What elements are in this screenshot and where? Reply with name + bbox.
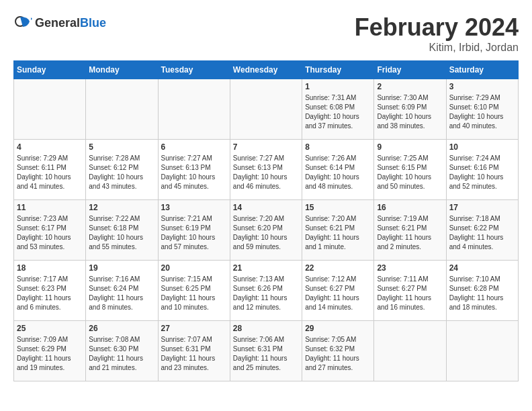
- subtitle: Kitim, Irbid, Jordan: [355, 42, 519, 54]
- calendar-cell: 9Sunrise: 7:25 AM Sunset: 6:15 PM Daylig…: [374, 140, 446, 200]
- day-number: 19: [89, 263, 154, 273]
- calendar-cell: 19Sunrise: 7:16 AM Sunset: 6:24 PM Dayli…: [86, 261, 158, 321]
- calendar-cell: 18Sunrise: 7:17 AM Sunset: 6:23 PM Dayli…: [14, 261, 86, 321]
- day-info: Sunrise: 7:19 AM Sunset: 6:21 PM Dayligh…: [377, 214, 443, 252]
- day-info: Sunrise: 7:22 AM Sunset: 6:18 PM Dayligh…: [89, 214, 154, 252]
- calendar-cell: 6Sunrise: 7:27 AM Sunset: 6:13 PM Daylig…: [158, 140, 230, 200]
- calendar-body: 1Sunrise: 7:31 AM Sunset: 6:08 PM Daylig…: [14, 79, 519, 381]
- calendar-cell: 15Sunrise: 7:20 AM Sunset: 6:21 PM Dayli…: [302, 200, 374, 261]
- logo-general: General: [35, 16, 80, 30]
- day-number: 12: [89, 203, 154, 212]
- day-info: Sunrise: 7:13 AM Sunset: 6:26 PM Dayligh…: [233, 275, 299, 312]
- calendar-cell: 23Sunrise: 7:11 AM Sunset: 6:27 PM Dayli…: [374, 261, 446, 321]
- calendar-cell: 14Sunrise: 7:20 AM Sunset: 6:20 PM Dayli…: [230, 200, 302, 261]
- day-number: 9: [377, 142, 443, 152]
- calendar-cell: 22Sunrise: 7:12 AM Sunset: 6:27 PM Dayli…: [302, 261, 374, 321]
- page-header: GeneralBlue February 2024 Kitim, Irbid, …: [13, 13, 519, 54]
- calendar-cell: 24Sunrise: 7:10 AM Sunset: 6:28 PM Dayli…: [446, 261, 518, 321]
- day-number: 10: [449, 142, 515, 152]
- calendar-cell: 8Sunrise: 7:26 AM Sunset: 6:14 PM Daylig…: [302, 140, 374, 200]
- calendar-cell: 21Sunrise: 7:13 AM Sunset: 6:26 PM Dayli…: [230, 261, 302, 321]
- calendar-week-row: 4Sunrise: 7:29 AM Sunset: 6:11 PM Daylig…: [14, 140, 519, 200]
- calendar-cell: [230, 79, 302, 140]
- day-number: 4: [17, 142, 83, 152]
- calendar-cell: [158, 79, 230, 140]
- calendar-cell: 28Sunrise: 7:06 AM Sunset: 6:31 PM Dayli…: [230, 321, 302, 381]
- day-info: Sunrise: 7:06 AM Sunset: 6:31 PM Dayligh…: [233, 335, 299, 373]
- day-number: 28: [233, 324, 299, 333]
- day-info: Sunrise: 7:23 AM Sunset: 6:17 PM Dayligh…: [17, 214, 83, 252]
- calendar-table: SundayMondayTuesdayWednesdayThursdayFrid…: [13, 60, 519, 381]
- day-info: Sunrise: 7:25 AM Sunset: 6:15 PM Dayligh…: [377, 154, 443, 191]
- day-info: Sunrise: 7:21 AM Sunset: 6:19 PM Dayligh…: [161, 214, 227, 252]
- day-number: 23: [377, 263, 443, 273]
- calendar-cell: 7Sunrise: 7:27 AM Sunset: 6:13 PM Daylig…: [230, 140, 302, 200]
- calendar-cell: [86, 79, 158, 140]
- logo-blue: Blue: [80, 16, 106, 30]
- day-info: Sunrise: 7:10 AM Sunset: 6:28 PM Dayligh…: [449, 275, 515, 312]
- day-number: 29: [305, 324, 371, 333]
- day-number: 3: [449, 82, 515, 91]
- day-number: 21: [233, 263, 299, 273]
- day-info: Sunrise: 7:11 AM Sunset: 6:27 PM Dayligh…: [377, 275, 443, 312]
- day-number: 24: [449, 263, 515, 273]
- logo: GeneralBlue: [13, 13, 106, 32]
- day-info: Sunrise: 7:27 AM Sunset: 6:13 PM Dayligh…: [161, 154, 227, 191]
- calendar-week-row: 11Sunrise: 7:23 AM Sunset: 6:17 PM Dayli…: [14, 200, 519, 261]
- day-info: Sunrise: 7:15 AM Sunset: 6:25 PM Dayligh…: [161, 275, 227, 312]
- weekday-header-sunday: Sunday: [14, 61, 86, 79]
- calendar-cell: 12Sunrise: 7:22 AM Sunset: 6:18 PM Dayli…: [86, 200, 158, 261]
- day-info: Sunrise: 7:20 AM Sunset: 6:21 PM Dayligh…: [305, 214, 371, 252]
- day-number: 11: [17, 203, 83, 212]
- calendar-week-row: 1Sunrise: 7:31 AM Sunset: 6:08 PM Daylig…: [14, 79, 519, 140]
- weekday-header-friday: Friday: [374, 61, 446, 79]
- day-info: Sunrise: 7:27 AM Sunset: 6:13 PM Dayligh…: [233, 154, 299, 191]
- weekday-header-tuesday: Tuesday: [158, 61, 230, 79]
- day-info: Sunrise: 7:29 AM Sunset: 6:11 PM Dayligh…: [17, 154, 83, 191]
- weekday-header-monday: Monday: [86, 61, 158, 79]
- day-number: 25: [17, 324, 83, 333]
- weekday-header-wednesday: Wednesday: [230, 61, 302, 79]
- calendar-cell: 5Sunrise: 7:28 AM Sunset: 6:12 PM Daylig…: [86, 140, 158, 200]
- calendar-cell: 13Sunrise: 7:21 AM Sunset: 6:19 PM Dayli…: [158, 200, 230, 261]
- calendar-cell: 10Sunrise: 7:24 AM Sunset: 6:16 PM Dayli…: [446, 140, 518, 200]
- calendar-cell: 26Sunrise: 7:08 AM Sunset: 6:30 PM Dayli…: [86, 321, 158, 381]
- day-number: 20: [161, 263, 227, 273]
- calendar-cell: 29Sunrise: 7:05 AM Sunset: 6:32 PM Dayli…: [302, 321, 374, 381]
- day-number: 27: [161, 324, 227, 333]
- title-section: February 2024 Kitim, Irbid, Jordan: [355, 13, 519, 54]
- day-info: Sunrise: 7:08 AM Sunset: 6:30 PM Dayligh…: [89, 335, 154, 373]
- calendar-cell: [446, 321, 518, 381]
- day-number: 15: [305, 203, 371, 212]
- day-number: 13: [161, 203, 227, 212]
- day-info: Sunrise: 7:28 AM Sunset: 6:12 PM Dayligh…: [89, 154, 154, 191]
- day-info: Sunrise: 7:18 AM Sunset: 6:22 PM Dayligh…: [449, 214, 515, 252]
- day-number: 14: [233, 203, 299, 212]
- calendar-cell: 11Sunrise: 7:23 AM Sunset: 6:17 PM Dayli…: [14, 200, 86, 261]
- calendar-cell: 20Sunrise: 7:15 AM Sunset: 6:25 PM Dayli…: [158, 261, 230, 321]
- day-info: Sunrise: 7:12 AM Sunset: 6:27 PM Dayligh…: [305, 275, 371, 312]
- calendar-cell: 4Sunrise: 7:29 AM Sunset: 6:11 PM Daylig…: [14, 140, 86, 200]
- day-info: Sunrise: 7:20 AM Sunset: 6:20 PM Dayligh…: [233, 214, 299, 252]
- calendar-week-row: 25Sunrise: 7:09 AM Sunset: 6:29 PM Dayli…: [14, 321, 519, 381]
- calendar-cell: 16Sunrise: 7:19 AM Sunset: 6:21 PM Dayli…: [374, 200, 446, 261]
- day-info: Sunrise: 7:05 AM Sunset: 6:32 PM Dayligh…: [305, 335, 371, 373]
- calendar-header: SundayMondayTuesdayWednesdayThursdayFrid…: [14, 61, 519, 79]
- day-info: Sunrise: 7:09 AM Sunset: 6:29 PM Dayligh…: [17, 335, 83, 373]
- calendar-cell: 1Sunrise: 7:31 AM Sunset: 6:08 PM Daylig…: [302, 79, 374, 140]
- weekday-header-saturday: Saturday: [446, 61, 518, 79]
- day-info: Sunrise: 7:24 AM Sunset: 6:16 PM Dayligh…: [449, 154, 515, 191]
- day-number: 26: [89, 324, 154, 333]
- day-number: 8: [305, 142, 371, 152]
- calendar-cell: 2Sunrise: 7:30 AM Sunset: 6:09 PM Daylig…: [374, 79, 446, 140]
- day-info: Sunrise: 7:30 AM Sunset: 6:09 PM Dayligh…: [377, 93, 443, 131]
- calendar-cell: [14, 79, 86, 140]
- weekday-header-row: SundayMondayTuesdayWednesdayThursdayFrid…: [14, 61, 519, 79]
- day-number: 17: [449, 203, 515, 212]
- day-number: 6: [161, 142, 227, 152]
- day-info: Sunrise: 7:16 AM Sunset: 6:24 PM Dayligh…: [89, 275, 154, 312]
- day-number: 16: [377, 203, 443, 212]
- calendar-cell: [374, 321, 446, 381]
- calendar-week-row: 18Sunrise: 7:17 AM Sunset: 6:23 PM Dayli…: [14, 261, 519, 321]
- day-number: 22: [305, 263, 371, 273]
